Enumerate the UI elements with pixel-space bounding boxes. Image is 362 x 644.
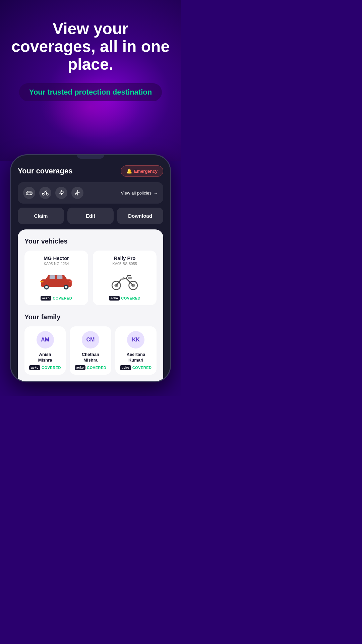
vehicle-card-rally-pro[interactable]: Rally Pro KA05-BS-8055 [93, 251, 157, 305]
hero-section: View your coverages, all in one place. Y… [0, 0, 181, 161]
vehicles-row: MG Hector KA05-NG-1234 [24, 251, 157, 305]
mg-covered-text: COVERED [53, 296, 72, 300]
mg-covered-badge: acko COVERED [41, 296, 72, 301]
acko-logo-chethan: acko [75, 365, 86, 370]
family-name-keertana: KeertanaKumari [127, 352, 145, 363]
avatar-anish: AM [37, 331, 54, 348]
ev-policy-icon[interactable] [55, 187, 67, 199]
phone-mockup: Your coverages 🔔 Emergency [10, 154, 171, 382]
vehicle-image-mg [29, 269, 83, 292]
vehicle-plate-rally: KA05-BS-8055 [112, 262, 137, 266]
acko-logo-anish: acko [29, 365, 40, 370]
view-all-policies-link[interactable]: View all policies → [121, 191, 158, 196]
hero-title: View your coverages, all in one place. [10, 20, 171, 73]
car-policy-icon[interactable] [23, 187, 35, 199]
acko-logo-rally: acko [109, 296, 120, 301]
family-name-anish: AnishMishra [38, 352, 52, 363]
action-buttons-group: Claim Edit Download [18, 208, 163, 224]
rally-covered-badge: acko COVERED [109, 296, 140, 301]
svg-point-9 [45, 286, 48, 288]
phone-content: Your coverages 🔔 Emergency [11, 159, 170, 381]
avatar-chethan: CM [82, 331, 99, 348]
svg-rect-12 [40, 281, 43, 282]
svg-rect-18 [128, 277, 132, 279]
phone-notch [77, 155, 104, 159]
keertana-covered-badge: acko COVERED [120, 365, 152, 370]
chethan-covered-text: COVERED [87, 366, 106, 370]
vehicle-name-rally: Rally Pro [114, 255, 135, 261]
policy-icons-group [23, 187, 83, 199]
avatar-keertana: KK [127, 331, 144, 348]
family-name-chethan: ChethanMishra [82, 352, 99, 363]
view-all-label: View all policies [121, 191, 152, 196]
family-card-anish[interactable]: AM AnishMishra acko COVERED [24, 326, 66, 375]
bottom-background [0, 382, 181, 396]
emergency-bell-icon: 🔔 [126, 168, 132, 174]
flight-policy-icon[interactable] [71, 187, 83, 199]
arrow-right-icon: → [154, 191, 158, 196]
edit-button[interactable]: Edit [67, 208, 114, 224]
bike-policy-icon[interactable] [39, 187, 51, 199]
anish-covered-text: COVERED [42, 366, 61, 370]
hero-subtitle-wrapper: Your trusted protection destination [19, 83, 162, 101]
family-section-title: Your family [24, 313, 157, 321]
claim-button[interactable]: Claim [18, 208, 64, 224]
vehicle-name-mg: MG Hector [44, 255, 69, 261]
keertana-covered-text: COVERED [132, 366, 152, 370]
emergency-button[interactable]: 🔔 Emergency [121, 165, 163, 177]
vehicle-card-mg-hector[interactable]: MG Hector KA05-NG-1234 [24, 251, 88, 305]
svg-rect-7 [57, 275, 63, 279]
chethan-covered-badge: acko COVERED [75, 365, 106, 370]
emergency-label: Emergency [134, 169, 158, 174]
coverage-title: Your coverages [18, 167, 72, 175]
phone-container: Your coverages 🔔 Emergency [0, 154, 181, 382]
white-content-area: Your vehicles MG Hector KA05-NG-1234 [18, 229, 163, 381]
acko-logo-keertana: acko [120, 365, 131, 370]
svg-point-11 [65, 286, 67, 288]
anish-covered-badge: acko COVERED [29, 365, 61, 370]
download-button[interactable]: Download [117, 208, 163, 224]
coverage-header: Your coverages 🔔 Emergency [18, 165, 163, 177]
svg-rect-13 [69, 281, 72, 282]
family-row: AM AnishMishra acko COVERED CM ChethanMi… [24, 326, 157, 375]
vehicles-section-title: Your vehicles [24, 237, 157, 245]
rally-covered-text: COVERED [121, 296, 140, 300]
vehicle-image-rally [98, 269, 152, 292]
vehicle-plate-mg: KA05-NG-1234 [44, 262, 69, 266]
family-card-keertana[interactable]: KK KeertanaKumari acko COVERED [115, 326, 157, 375]
hero-subtitle: Your trusted protection destination [29, 88, 152, 97]
family-card-chethan[interactable]: CM ChethanMishra acko COVERED [70, 326, 111, 375]
acko-logo-mg: acko [41, 296, 52, 301]
policy-row: View all policies → [18, 182, 163, 204]
svg-rect-6 [50, 275, 55, 279]
